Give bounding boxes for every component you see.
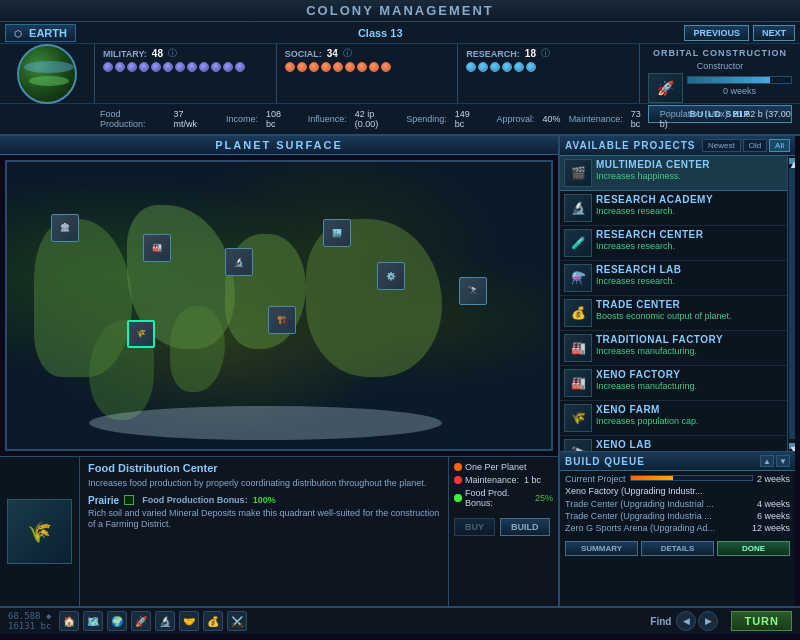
details-button[interactable]: Details <box>641 541 714 556</box>
project-item[interactable]: 🎬 Multimedia Center Increases happiness. <box>560 156 787 191</box>
queue-item[interactable]: Trade Center (Upgrading Industria ... 6 … <box>565 511 790 521</box>
research-label: Research: <box>466 49 520 59</box>
building-marker-selected[interactable]: 🌾 <box>127 320 155 348</box>
find-prev-btn[interactable]: ◀ <box>676 611 696 631</box>
project-item[interactable]: 🔬 Research Academy Increases research. <box>560 191 787 226</box>
orbital-weeks: 0 weeks <box>687 86 792 96</box>
project-item[interactable]: ⚗️ Research Lab Increases research. <box>560 261 787 296</box>
queue-title: Build Queue <box>565 456 760 467</box>
project-name: Research Center <box>596 229 771 240</box>
buy-button[interactable]: Buy <box>454 518 495 536</box>
project-item[interactable]: 🏭 Traditional Factory Increases manufact… <box>560 331 787 366</box>
projects-header: Available Projects Newest Old All <box>560 136 795 156</box>
summary-button[interactable]: Summary <box>565 541 638 556</box>
planet-name-header: ⬡ Earth <box>5 24 76 42</box>
military-label: Military: <box>103 49 147 59</box>
projects-scrollbar[interactable]: ▲ ▼ <box>787 156 795 451</box>
class-badge: Class 13 <box>358 27 403 39</box>
project-icon: ⚗️ <box>564 264 592 292</box>
building-marker[interactable]: 🏭 <box>143 234 171 262</box>
build-button[interactable]: Build <box>500 518 550 536</box>
tab-newest[interactable]: Newest <box>702 139 741 152</box>
queue-item-name: Trade Center (Upgrading Industria ... <box>565 511 753 521</box>
planet-surface-header: Planet Surface <box>0 136 558 155</box>
project-icon: 🏭 <box>564 334 592 362</box>
current-project-label: Current Project <box>565 474 626 484</box>
building-image: 🌾 <box>7 499 72 564</box>
maintenance-value: 73 bc <box>631 109 652 129</box>
current-project-name: Xeno Factory (Upgrading Industr... <box>565 486 790 496</box>
project-desc: Increases research. <box>596 241 771 251</box>
building-marker[interactable]: 🏙️ <box>323 219 351 247</box>
military-value: 48 <box>152 48 163 59</box>
find-label: Find <box>650 616 671 627</box>
building-description: Increases food production by properly co… <box>88 477 440 490</box>
diplomacy-icon[interactable]: 🤝 <box>179 611 199 631</box>
find-next-btn[interactable]: ▶ <box>698 611 718 631</box>
income-value: 108 bc <box>266 109 292 129</box>
food-prod-value: 37 mt/wk <box>173 109 207 129</box>
building-marker[interactable]: 🏛️ <box>51 214 79 242</box>
project-icon: 🏭 <box>564 369 592 397</box>
map-icon[interactable]: 🗺️ <box>83 611 103 631</box>
building-marker[interactable]: 🔭 <box>459 277 487 305</box>
planet-icon[interactable]: 🌍 <box>107 611 127 631</box>
orbital-progress <box>687 76 792 84</box>
constructor-label: Constructor <box>648 61 792 71</box>
tab-old[interactable]: Old <box>743 139 767 152</box>
project-desc: Increases research. <box>596 276 771 286</box>
turn-button[interactable]: Turn <box>731 611 792 631</box>
social-label: Social: <box>285 49 322 59</box>
title-bar: Colony Management <box>0 0 800 22</box>
building-marker[interactable]: 🔬 <box>225 248 253 276</box>
project-name: Xeno Factory <box>596 369 771 380</box>
social-value: 34 <box>327 48 338 59</box>
queue-down-btn[interactable]: ▼ <box>776 455 790 467</box>
project-name: Research Academy <box>596 194 771 205</box>
project-item[interactable]: 🏭 Xeno Factory Increases manufacturing. <box>560 366 787 401</box>
economy-icon[interactable]: 💰 <box>203 611 223 631</box>
maintenance-stat: Maintenance: 1 bc <box>454 475 553 485</box>
queue-up-btn[interactable]: ▲ <box>760 455 774 467</box>
pop-label: Population (Max): 21.62 b (37.00 b) <box>660 109 795 129</box>
maintenance-label: Maintenance: <box>569 114 623 124</box>
ship-icon[interactable]: 🚀 <box>131 611 151 631</box>
previous-button[interactable]: Previous <box>684 25 749 41</box>
tech-icon[interactable]: 🔬 <box>155 611 175 631</box>
military-icon[interactable]: ⚔️ <box>227 611 247 631</box>
queue-item[interactable]: Zero G Sports Arena (Upgrading Ad... 12 … <box>565 523 790 533</box>
done-button[interactable]: Done <box>717 541 790 556</box>
planet-globe <box>17 44 77 104</box>
home-icon[interactable]: 🏠 <box>59 611 79 631</box>
next-button[interactable]: Next <box>753 25 795 41</box>
project-item[interactable]: 🌾 Xeno Farm Increases population cap. <box>560 401 787 436</box>
planet-name: Earth <box>29 27 67 39</box>
terrain-checkbox[interactable] <box>124 495 134 505</box>
spending-value: 149 bc <box>455 109 481 129</box>
planet-map[interactable]: 🏛️ 🏭 🔬 🏙️ ⚙️ 🌾 🏗️ 🔭 <box>5 160 553 451</box>
queue-item[interactable]: Trade Center (Upgrading Industrial ... 4… <box>565 499 790 509</box>
one-per-planet: One Per Planet <box>454 462 553 472</box>
project-name: Xeno Lab <box>596 439 771 450</box>
project-name: Traditional Factory <box>596 334 771 345</box>
project-desc: Increases happiness. <box>596 171 771 181</box>
terrain-name: Prairie Food Production Bonus: 100% <box>88 495 440 506</box>
project-name: Research Lab <box>596 264 771 275</box>
project-item[interactable]: 🔭 Xeno Lab Increases research. <box>560 436 787 451</box>
terrain-description: Rich soil and varied Mineral Deposits ma… <box>88 508 440 531</box>
project-item[interactable]: 🧪 Research Center Increases research. <box>560 226 787 261</box>
projects-list: 🎬 Multimedia Center Increases happiness.… <box>560 156 787 451</box>
project-item[interactable]: 💰 Trade Center Boosts economic output of… <box>560 296 787 331</box>
income-label: Income: <box>226 114 258 124</box>
project-desc: Boosts economic output of planet. <box>596 311 771 321</box>
research-icons <box>466 62 631 72</box>
approval-label: Approval: <box>497 114 535 124</box>
project-icon: 🧪 <box>564 229 592 257</box>
building-marker[interactable]: ⚙️ <box>377 262 405 290</box>
research-value: 18 <box>525 48 536 59</box>
building-marker[interactable]: 🏗️ <box>268 306 296 334</box>
tab-all[interactable]: All <box>769 139 790 152</box>
project-desc: Increases manufacturing. <box>596 381 771 391</box>
building-image-panel: 🌾 <box>0 457 80 606</box>
project-name: Trade Center <box>596 299 771 310</box>
